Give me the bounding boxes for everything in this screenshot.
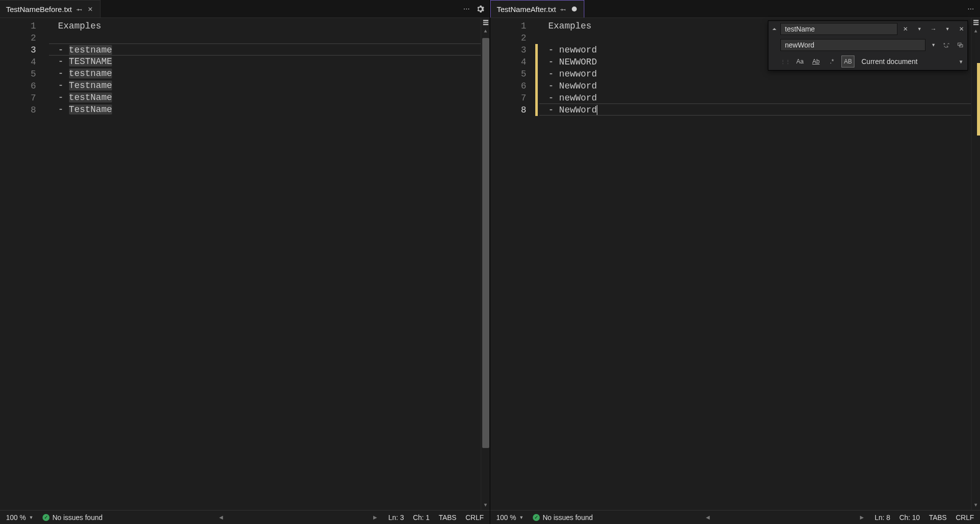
chevron-down-icon: ▼ [29,515,34,520]
drag-handle-icon[interactable]: ⋮⋮ [780,59,790,64]
scroll-right-icon[interactable]: ▶ [860,514,864,520]
line-number: 2 [490,32,526,44]
right-code[interactable]: Examples- newword- NEWWORD- newword- New… [539,18,971,510]
cursor-line[interactable]: Ln: 8 [875,514,890,522]
line-number: 5 [0,68,36,80]
change-marker [535,92,538,104]
match-case-button[interactable]: Aa [793,56,806,68]
line-number: 3 [0,44,36,56]
right-scrollbar[interactable]: ▲ ▼ [971,18,980,510]
dirty-icon[interactable] [571,6,578,12]
close-find-icon[interactable]: ✕ [899,23,911,35]
line-number: 1 [490,20,526,32]
code-line[interactable]: - testname [49,68,481,80]
left-tab-title: TestNameBefore.txt [6,5,72,14]
code-line[interactable]: - TESTNAME [49,56,481,68]
more-icon[interactable]: ⋯ [462,4,471,14]
svg-text:b: b [946,45,948,48]
find-dropdown-icon[interactable]: ▼ [913,23,925,35]
change-marker [535,44,538,56]
scroll-down-icon[interactable]: ▼ [481,501,490,510]
svg-text:a: a [943,42,945,45]
cursor-line[interactable]: Ln: 3 [388,514,404,522]
left-pane: TestNameBefore.txt ✕ ⋯ 12345678 Examples… [0,0,490,524]
regex-button[interactable]: .* [825,56,838,68]
change-marker [535,68,538,80]
left-tab[interactable]: TestNameBefore.txt ✕ [0,0,101,18]
code-line[interactable]: Examples [49,20,481,32]
horizontal-scroll[interactable]: ◀ ▶ [704,514,866,520]
line-number: 6 [490,80,526,92]
scroll-left-icon[interactable]: ◀ [219,514,223,520]
issues-status[interactable]: ✓ No issues found [533,514,593,522]
more-icon[interactable]: ⋯ [966,4,975,14]
code-line[interactable]: - testname [49,44,481,56]
indent-mode[interactable]: TABS [439,514,457,522]
line-number: 6 [0,80,36,92]
scroll-right-icon[interactable]: ▶ [373,514,377,520]
zoom-level[interactable]: 100 % ▼ [6,514,34,522]
find-replace-panel[interactable]: ✕ ▼ → ▼ ✕ ▼ ab ⋮⋮ Aa Ab . [768,20,968,70]
scroll-left-icon[interactable]: ◀ [706,514,710,520]
right-tab[interactable]: TestNameAfter.txt [490,0,584,18]
scroll-thumb[interactable] [482,38,489,448]
search-scope-select[interactable]: Current document ▼ [857,58,967,66]
find-input[interactable] [780,23,897,35]
close-icon[interactable]: ✕ [87,6,94,12]
right-status-bar: 100 % ▼ ✓ No issues found ◀ ▶ Ln: 8 Ch: … [490,510,980,524]
replace-input[interactable] [780,39,925,51]
code-line[interactable]: - testName [49,92,481,104]
pin-icon[interactable] [76,6,83,12]
right-pane: TestNameAfter.txt ⋯ 12345678 Examples- n… [490,0,980,524]
check-icon: ✓ [533,514,540,521]
line-number: 8 [0,104,36,116]
cursor-char[interactable]: Ch: 1 [413,514,429,522]
line-number: 2 [0,32,36,44]
collapse-icon[interactable] [768,26,780,32]
find-next-icon[interactable]: → [927,23,939,35]
indent-mode[interactable]: TABS [929,514,947,522]
code-line[interactable]: - NewWord [539,80,971,92]
close-panel-icon[interactable]: ✕ [955,23,967,35]
right-change-bar [535,18,539,510]
check-icon: ✓ [43,514,50,521]
change-marker [535,104,538,116]
eol-mode[interactable]: CRLF [955,514,974,522]
right-tab-bar: TestNameAfter.txt ⋯ [490,0,980,18]
whole-word-button[interactable]: Ab [809,56,822,68]
line-number: 5 [490,68,526,80]
issues-status[interactable]: ✓ No issues found [43,514,103,522]
left-status-bar: 100 % ▼ ✓ No issues found ◀ ▶ Ln: 3 Ch: … [0,510,490,524]
right-gutter: 12345678 [490,18,535,510]
left-gutter: 12345678 [0,18,45,510]
pin-icon[interactable] [560,6,567,12]
eol-mode[interactable]: CRLF [465,514,484,522]
code-line[interactable]: - Testname [49,80,481,92]
right-editor[interactable]: 12345678 Examples- newword- NEWWORD- new… [490,18,980,510]
chevron-down-icon: ▼ [958,59,963,64]
code-line[interactable]: - newWord [539,92,971,104]
left-code[interactable]: Examples- testname- TESTNAME- testname- … [49,18,481,510]
zoom-level[interactable]: 100 % ▼ [496,514,524,522]
change-marker [535,56,538,68]
replace-one-icon[interactable]: ab [941,39,953,51]
gear-icon[interactable] [476,4,485,14]
replace-all-icon[interactable] [955,39,967,51]
preserve-case-button[interactable]: AB [841,56,854,68]
code-line[interactable] [49,32,481,44]
cursor-char[interactable]: Ch: 10 [899,514,920,522]
scroll-up-icon[interactable]: ▲ [971,27,980,36]
horizontal-scroll[interactable]: ◀ ▶ [217,514,379,520]
left-scrollbar[interactable]: ▲ ▼ [481,18,490,510]
scroll-up-icon[interactable]: ▲ [481,27,490,36]
scroll-down-icon[interactable]: ▼ [971,501,980,510]
left-editor[interactable]: 12345678 Examples- testname- TESTNAME- t… [0,18,490,510]
replace-dropdown-icon[interactable]: ▼ [927,39,939,51]
code-line[interactable]: - NewWord [539,104,971,116]
line-number: 4 [490,56,526,68]
find-next-dropdown-icon[interactable]: ▼ [941,23,953,35]
change-marker [535,80,538,92]
code-line[interactable]: - TestName [49,104,481,116]
line-number: 4 [0,56,36,68]
line-number: 1 [0,20,36,32]
